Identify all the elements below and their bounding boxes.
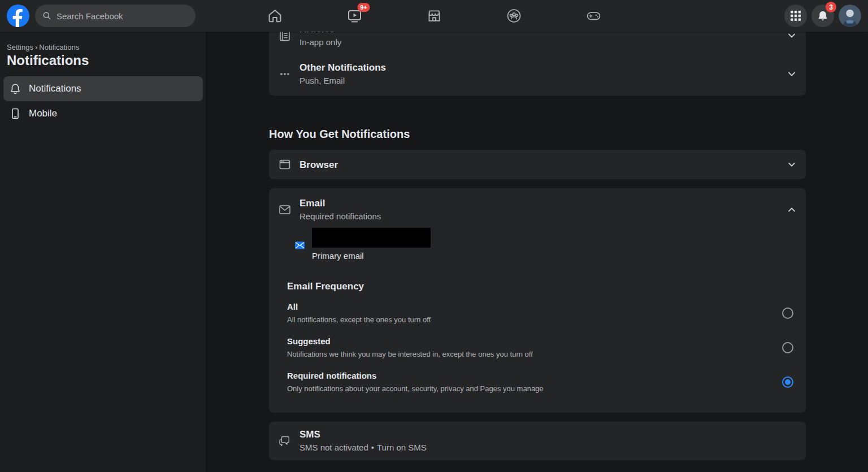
bell-icon <box>817 10 829 22</box>
menu-button[interactable] <box>784 5 807 27</box>
option-label: All <box>287 301 773 312</box>
gaming-icon <box>585 8 601 24</box>
category-setting: In-app only <box>300 37 779 48</box>
email-header-row[interactable]: Email Required notifications <box>269 188 806 223</box>
category-setting: Push, Email <box>300 75 779 86</box>
chevron-down-icon[interactable] <box>787 159 797 170</box>
notification-categories-card: Articles In-app only Other Notifications… <box>269 32 806 96</box>
category-title: Articles <box>300 32 779 35</box>
primary-email-label: Primary email <box>312 250 431 262</box>
blue-envelope-icon <box>295 241 305 249</box>
email-title: Email <box>300 197 779 209</box>
main-nav-tabs: 9+ <box>235 0 633 32</box>
email-card: Email Required notifications <box>269 188 806 413</box>
chevron-up-icon[interactable] <box>787 205 797 215</box>
more-dots-icon <box>278 73 292 75</box>
home-tab[interactable] <box>235 0 315 32</box>
category-row-other-notifications[interactable]: Other Notifications Push, Email <box>269 54 806 96</box>
sidebar-item-label: Mobile <box>29 108 57 119</box>
frequency-option-suggested[interactable]: Suggested Notifications we think you may… <box>269 330 806 365</box>
avatar-image <box>839 5 861 27</box>
option-description: Only notifications about your account, s… <box>287 384 773 393</box>
sms-chat-icon <box>278 434 292 448</box>
email-icon <box>278 203 292 216</box>
mobile-icon <box>9 107 21 120</box>
watch-tab[interactable]: 9+ <box>315 0 394 32</box>
category-title: Other Notifications <box>300 62 779 73</box>
sms-card: SMS SMS not activated•Turn on SMS <box>269 422 806 460</box>
browser-icon <box>278 158 292 171</box>
chevron-down-icon[interactable] <box>787 69 797 79</box>
article-icon <box>278 32 292 42</box>
watch-badge: 9+ <box>358 3 370 12</box>
breadcrumb-separator: › <box>35 43 37 51</box>
radio-button-all[interactable] <box>782 308 793 319</box>
turn-on-sms-link[interactable]: Turn on SMS <box>377 443 427 452</box>
groups-tab[interactable] <box>474 0 554 32</box>
chevron-down-icon[interactable] <box>787 32 797 41</box>
browser-card: Browser <box>269 150 806 179</box>
breadcrumb: Settings›Notifications <box>3 43 203 51</box>
frequency-option-all[interactable]: All All notifications, except the ones y… <box>269 296 806 330</box>
search-input[interactable] <box>35 5 196 27</box>
redacted-email-address <box>312 228 431 248</box>
marketplace-icon <box>426 8 442 24</box>
option-description: Notifications we think you may be intere… <box>287 349 773 359</box>
section-heading: How You Get Notifications <box>269 128 806 141</box>
option-label: Required notifications <box>287 370 773 381</box>
sms-title: SMS <box>300 428 797 440</box>
sidebar-item-label: Notifications <box>29 83 81 94</box>
breadcrumb-settings-link[interactable]: Settings <box>7 43 33 51</box>
gaming-tab[interactable] <box>554 0 633 32</box>
grid-menu-icon <box>790 10 801 21</box>
browser-title: Browser <box>300 159 779 171</box>
settings-sidebar: Settings›Notifications Notifications Not… <box>0 32 207 472</box>
frequency-option-required[interactable]: Required notifications Only notification… <box>269 365 806 399</box>
facebook-logo[interactable] <box>7 5 29 27</box>
primary-email-row[interactable]: Primary email <box>269 223 806 262</box>
sidebar-item-mobile[interactable]: Mobile <box>3 101 203 126</box>
marketplace-tab[interactable] <box>394 0 474 32</box>
top-navigation-bar: 9+ <box>0 0 868 32</box>
notifications-badge: 3 <box>826 2 836 12</box>
sms-status: SMS not activated <box>300 443 368 452</box>
dot-separator: • <box>371 443 374 452</box>
bell-outline-icon <box>9 83 21 95</box>
home-icon <box>267 8 283 24</box>
category-row-clipped[interactable]: Articles In-app only <box>269 32 806 54</box>
radio-button-required-selected[interactable] <box>782 376 793 388</box>
browser-row[interactable]: Browser <box>269 150 806 179</box>
groups-icon <box>506 8 522 24</box>
sidebar-item-notifications[interactable]: Notifications <box>3 76 203 101</box>
settings-main-panel: Articles In-app only Other Notifications… <box>207 32 868 472</box>
profile-avatar[interactable] <box>839 5 861 27</box>
email-setting: Required notifications <box>300 211 779 222</box>
radio-button-suggested[interactable] <box>782 342 793 353</box>
option-label: Suggested <box>287 336 773 347</box>
search-container <box>35 5 196 27</box>
page-title: Notifications <box>3 51 203 76</box>
email-frequency-heading: Email Frequency <box>269 262 806 296</box>
option-description: All notifications, except the ones you t… <box>287 315 773 324</box>
breadcrumb-current: Notifications <box>39 43 79 51</box>
search-icon <box>42 11 51 20</box>
notifications-button[interactable]: 3 <box>811 5 834 27</box>
sms-row[interactable]: SMS SMS not activated•Turn on SMS <box>269 422 806 460</box>
